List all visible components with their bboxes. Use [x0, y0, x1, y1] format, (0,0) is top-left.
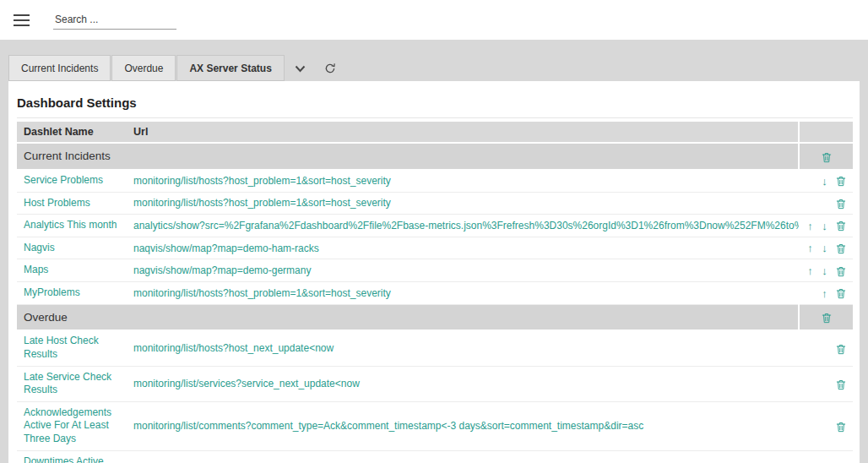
tab-ax-server-status[interactable]: AX Server Status [176, 55, 284, 81]
table-row: Maps nagvis/show/map?map=demo-germany ↑ … [17, 259, 853, 282]
dashlet-name-link[interactable]: Late Host Check Results [24, 335, 99, 360]
dashlet-name-link[interactable]: Acknowledgements Active For At Least Thr… [24, 406, 111, 444]
delete-icon[interactable] [836, 175, 846, 187]
table-header-row: Dashlet Name Url [17, 122, 853, 143]
delete-pane-icon[interactable] [822, 150, 832, 163]
dashlet-url-link[interactable]: monitoring/list/hosts?host_next_update<n… [133, 342, 334, 354]
delete-icon[interactable] [836, 420, 846, 432]
table-row: Late Service Check Results monitoring/li… [17, 366, 853, 401]
tab-current-incidents[interactable]: Current Incidents [8, 55, 111, 81]
table-row: Downtimes Active For More Than Three Day… [17, 450, 853, 463]
section-row-current-incidents: Current Incidents [17, 143, 853, 169]
dashlet-url-link[interactable]: monitoring/list/comments?comment_type=Ac… [133, 420, 643, 432]
dashlet-url-link[interactable]: nagvis/show/map?map=demo-germany [133, 264, 311, 276]
table-row: Analytics This month analytics/show?src=… [17, 215, 853, 237]
move-up-icon[interactable]: ↑ [807, 242, 813, 253]
tab-overflow-button[interactable] [285, 55, 315, 81]
delete-icon[interactable] [836, 264, 846, 276]
menu-button[interactable] [10, 9, 33, 31]
column-header-actions [799, 122, 853, 143]
delete-icon[interactable] [836, 197, 846, 209]
table-row: Host Problems monitoring/list/hosts?host… [17, 192, 853, 215]
dashlet-name-link[interactable]: Late Service Check Results [24, 371, 111, 396]
top-header [0, 0, 868, 40]
dashlet-name-link[interactable]: Analytics This month [24, 219, 117, 231]
delete-icon[interactable] [836, 242, 846, 254]
tab-overdue[interactable]: Overdue [111, 55, 176, 81]
column-header-dashlet-name: Dashlet Name [17, 122, 127, 143]
delete-icon[interactable] [836, 378, 846, 389]
page-title: Dashboard Settings [17, 81, 853, 118]
move-down-icon[interactable]: ↓ [822, 221, 827, 232]
hamburger-icon [14, 14, 30, 16]
delete-icon[interactable] [836, 342, 846, 354]
dashlet-table: Dashlet Name Url Current Incidents Servi… [17, 122, 853, 463]
move-up-icon[interactable]: ↑ [807, 221, 813, 232]
table-row: Acknowledgements Active For At Least Thr… [17, 401, 853, 450]
table-row: Service Problems monitoring/list/hosts?h… [17, 169, 853, 192]
refresh-button[interactable] [315, 55, 345, 81]
table-row: Nagvis naqvis/show/map?map=demo-ham-rack… [17, 237, 853, 259]
chevron-down-icon [295, 62, 306, 74]
delete-icon[interactable] [836, 287, 846, 299]
dashlet-name-link[interactable]: Downtimes Active For More Than Three Day… [24, 455, 120, 463]
move-up-icon[interactable]: ↑ [822, 288, 827, 299]
table-row: Late Host Check Results monitoring/list/… [17, 330, 853, 366]
move-up-icon[interactable]: ↑ [807, 265, 813, 276]
dashlet-name-link[interactable]: MyProblems [24, 286, 80, 298]
move-down-icon[interactable]: ↓ [822, 242, 827, 253]
column-header-url: Url [127, 122, 799, 143]
dashlet-url-link[interactable]: monitoring/list/services?service_next_up… [133, 378, 360, 389]
table-row: MyProblems monitoring/list/hosts?host_pr… [17, 281, 853, 304]
dashlet-name-link[interactable]: Service Problems [24, 174, 103, 186]
dashlet-url-link[interactable]: analytics/show?src=%2Fgrafana%2Fdashboar… [133, 220, 799, 232]
move-down-icon[interactable]: ↓ [822, 265, 827, 276]
delete-icon[interactable] [836, 220, 846, 232]
dashlet-name-link[interactable]: Host Problems [24, 197, 90, 209]
section-title: Current Incidents [17, 143, 799, 169]
search-input[interactable] [53, 10, 176, 30]
section-title: Overdue [17, 304, 799, 330]
dashlet-url-link[interactable]: naqvis/show/map?map=demo-ham-racks [133, 242, 319, 254]
dashlet-url-link[interactable]: monitoring/list/hosts?host_problem=1&sor… [133, 197, 391, 209]
tab-bar: Current Incidents Overdue AX Server Stat… [8, 55, 860, 81]
content-panel: Dashboard Settings Dashlet Name Url Curr… [8, 81, 860, 463]
refresh-icon [324, 62, 336, 74]
move-down-icon[interactable]: ↓ [822, 176, 827, 187]
dashlet-url-link[interactable]: monitoring/list/hosts?host_problem=1&sor… [133, 287, 391, 299]
dashlet-name-link[interactable]: Maps [24, 264, 48, 275]
delete-pane-icon[interactable] [822, 311, 832, 324]
dashlet-name-link[interactable]: Nagvis [24, 242, 55, 253]
section-row-overdue: Overdue [17, 304, 853, 330]
dashlet-url-link[interactable]: monitoring/list/hosts?host_problem=1&sor… [133, 175, 391, 187]
